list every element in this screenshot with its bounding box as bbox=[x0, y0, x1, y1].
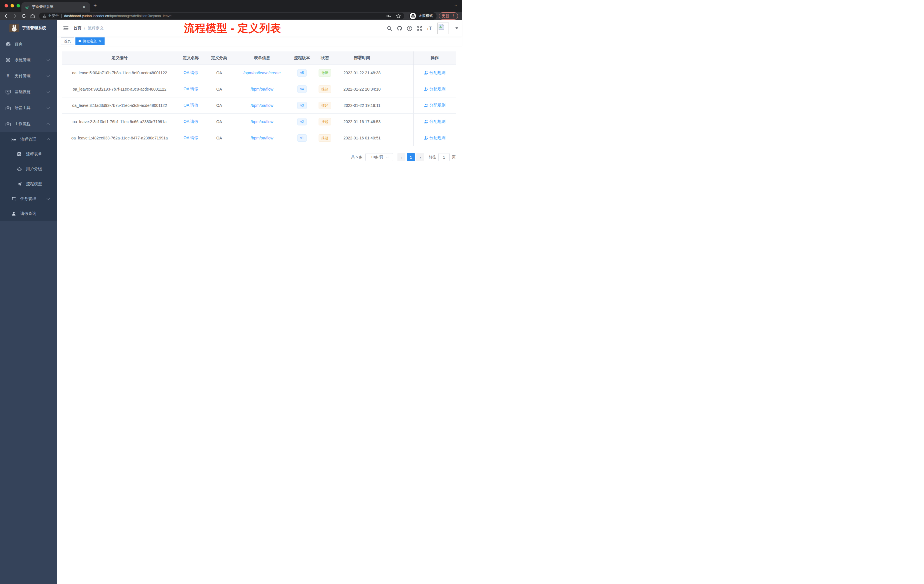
top-navbar: 首页 / 流程定义 流程模型 - 定义列表 bbox=[57, 20, 462, 36]
app-title: 芋道管理系统 bbox=[22, 25, 46, 31]
page-number-1[interactable]: 1 bbox=[407, 153, 415, 161]
breadcrumb-current: 流程定义 bbox=[88, 26, 104, 31]
sidebar-item-process-model[interactable]: 流程模型 bbox=[0, 177, 57, 191]
sidebar-item-user-group[interactable]: 用户分组 bbox=[0, 162, 57, 177]
tab-title: 芋道管理系统 bbox=[32, 5, 81, 10]
help-icon[interactable]: ? bbox=[407, 26, 412, 31]
form-link[interactable]: /bpm/oa/flow bbox=[251, 136, 273, 140]
search-icon[interactable] bbox=[387, 26, 392, 31]
sidebar-item-workflow[interactable]: 工作流程 bbox=[0, 116, 57, 132]
chevron-up-icon bbox=[46, 123, 50, 126]
browser-menu-icon[interactable]: ⋮ bbox=[451, 14, 455, 18]
version-badge: v1 bbox=[297, 134, 307, 142]
form-link[interactable]: /bpm/oa/flow bbox=[251, 119, 273, 124]
window-zoom-button[interactable] bbox=[16, 4, 20, 7]
paper-plane-icon bbox=[16, 181, 22, 186]
reload-button[interactable] bbox=[21, 13, 26, 18]
svg-text:?: ? bbox=[409, 26, 410, 30]
briefcase-icon bbox=[5, 121, 11, 127]
security-label[interactable]: 不安全 bbox=[48, 13, 59, 18]
table-row: oa_leave:4:991f2193-7b7f-11ec-a3c8-acde4… bbox=[62, 81, 456, 97]
assign-rule-button[interactable]: 分配规则 bbox=[424, 70, 446, 76]
new-tab-button[interactable]: + bbox=[93, 2, 97, 9]
font-size-icon[interactable]: TT bbox=[427, 26, 432, 31]
status-badge: 挂起 bbox=[318, 86, 331, 93]
window-controls[interactable] bbox=[5, 4, 20, 7]
browser-toolbar: 不安全 dashboard.yudao.iocoder.cn/bpm/manag… bbox=[0, 12, 462, 20]
status-badge: 挂起 bbox=[318, 134, 331, 142]
user-icon bbox=[424, 120, 428, 124]
goto-page-input[interactable] bbox=[438, 153, 450, 161]
sidebar-item-devtools[interactable]: 研发工具 bbox=[0, 100, 57, 116]
sidebar-item-leave-query[interactable]: 请假查询 bbox=[0, 206, 57, 221]
status-badge: 激活 bbox=[318, 69, 331, 77]
deploy-time: 2022-01-22 20:34:10 bbox=[336, 87, 388, 91]
prev-page-button[interactable]: ‹ bbox=[398, 153, 406, 161]
user-icon bbox=[424, 71, 428, 75]
page-annotation: 流程模型 - 定义列表 bbox=[184, 21, 281, 35]
chevron-down-icon bbox=[46, 74, 50, 77]
sidebar-item-home[interactable]: 首页 bbox=[0, 36, 57, 52]
bookmark-star-icon[interactable] bbox=[396, 13, 401, 18]
status-badge: 挂起 bbox=[318, 118, 331, 125]
form-link[interactable]: /bpm/oa/leave/create bbox=[243, 71, 281, 75]
deploy-time: 2022-01-22 21:48:38 bbox=[336, 71, 388, 75]
browser-tab[interactable]: 芋道管理系统 ✕ bbox=[21, 2, 90, 12]
incognito-label: 无痕模式 bbox=[419, 13, 433, 18]
avatar-dropdown-caret[interactable] bbox=[455, 27, 458, 29]
tag-process-definition[interactable]: 流程定义 ✕ bbox=[76, 38, 105, 45]
sidebar-item-process-mgmt[interactable]: 流程管理 bbox=[0, 132, 57, 147]
home-button[interactable] bbox=[30, 13, 35, 18]
window-chevron-icon[interactable]: ⌄ bbox=[454, 2, 457, 7]
sidebar-submenu-workflow: 流程管理 流程表单 bbox=[0, 132, 57, 221]
assign-rule-button[interactable]: 分配规则 bbox=[424, 119, 446, 124]
back-button[interactable] bbox=[3, 13, 8, 18]
version-badge: v4 bbox=[297, 86, 307, 93]
deploy-time: 2022-01-22 19:19:11 bbox=[336, 103, 388, 108]
user-group-icon bbox=[16, 167, 22, 172]
definition-category: OA bbox=[205, 87, 234, 91]
password-key-icon[interactable] bbox=[386, 13, 391, 18]
github-icon[interactable] bbox=[397, 26, 402, 31]
monitor-icon bbox=[5, 89, 11, 94]
table-row: oa_leave:5:004b710b-7b8a-11ec-8ef0-acde4… bbox=[62, 65, 456, 81]
assign-rule-button[interactable]: 分配规则 bbox=[424, 87, 446, 92]
definition-name-link[interactable]: OA 请假 bbox=[183, 103, 198, 107]
assign-rule-button[interactable]: 分配规则 bbox=[424, 103, 446, 108]
sidebar-item-payment[interactable]: ¥ 支付管理 bbox=[0, 68, 57, 84]
window-minimize-button[interactable] bbox=[11, 4, 14, 7]
assign-rule-button[interactable]: 分配规则 bbox=[424, 135, 446, 140]
breadcrumb-home[interactable]: 首页 bbox=[73, 26, 81, 31]
sidebar-logo[interactable]: 芋道管理系统 bbox=[0, 20, 57, 36]
sidebar-item-process-form[interactable]: 流程表单 bbox=[0, 147, 57, 162]
sidebar-item-task-mgmt[interactable]: 任务管理 bbox=[0, 191, 57, 206]
deploy-time: 2022-01-16 01:40:51 bbox=[336, 136, 388, 140]
address-bar[interactable]: 不安全 dashboard.yudao.iocoder.cn/bpm/manag… bbox=[39, 13, 404, 20]
browser-update-button[interactable]: 更新 ⋮ bbox=[439, 12, 458, 20]
sidebar-item-infra[interactable]: 基础设施 bbox=[0, 84, 57, 100]
tab-close-icon[interactable]: ✕ bbox=[81, 5, 87, 10]
insecure-warning-icon[interactable] bbox=[43, 14, 46, 18]
form-link[interactable]: /bpm/oa/flow bbox=[251, 87, 273, 91]
definition-id: oa_leave:3:1fad3d93-7b75-11ec-a3c8-acde4… bbox=[62, 103, 177, 108]
user-avatar[interactable] bbox=[437, 23, 449, 34]
sidebar-item-system[interactable]: 系统管理 bbox=[0, 52, 57, 68]
sidebar-toggle-icon[interactable] bbox=[63, 26, 69, 31]
forward-button[interactable] bbox=[12, 13, 17, 18]
site-favicon-icon bbox=[25, 5, 30, 10]
fullscreen-icon[interactable] bbox=[417, 26, 422, 31]
form-link[interactable]: /bpm/oa/flow bbox=[251, 103, 273, 108]
page-content: 定义编号 定义名称 定义分类 表单信息 流程版本 状态 部署时间 操作 oa_l… bbox=[57, 46, 462, 292]
definition-name-link[interactable]: OA 请假 bbox=[183, 87, 198, 91]
tag-home[interactable]: 首页 bbox=[61, 38, 74, 45]
definition-category: OA bbox=[205, 71, 234, 75]
window-close-button[interactable] bbox=[5, 4, 8, 7]
toolbox-icon bbox=[5, 106, 11, 111]
next-page-button[interactable]: › bbox=[416, 153, 424, 161]
browser-tab-strip: 芋道管理系统 ✕ + ⌄ bbox=[0, 0, 462, 12]
definition-name-link[interactable]: OA 请假 bbox=[183, 119, 198, 124]
page-size-select[interactable]: 10条/页 bbox=[365, 153, 393, 161]
definition-name-link[interactable]: OA 请假 bbox=[183, 70, 198, 75]
tag-close-icon[interactable]: ✕ bbox=[99, 40, 101, 43]
definition-name-link[interactable]: OA 请假 bbox=[183, 135, 198, 140]
